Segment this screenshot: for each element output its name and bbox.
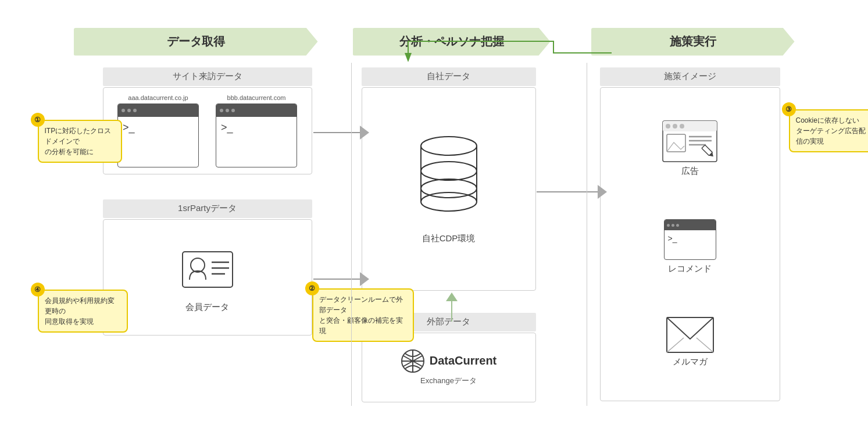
divider-2 bbox=[587, 63, 587, 406]
arrow-cdp-policy bbox=[537, 185, 607, 199]
dc-name: DataCurrent bbox=[430, 354, 497, 367]
svg-point-8 bbox=[421, 162, 477, 180]
policy-box: 広告 >_ レコメンド メルマ bbox=[600, 87, 780, 401]
svg-rect-27 bbox=[667, 317, 713, 352]
arrow-external-up bbox=[446, 292, 458, 322]
terminal-icon-1 bbox=[117, 103, 199, 167]
svg-rect-0 bbox=[183, 252, 233, 287]
callout-3: ③ Cookieに依存しない ターゲティング広告配信の実現 bbox=[789, 109, 869, 152]
member-data-label: 会員データ bbox=[185, 302, 229, 313]
cdp-box: 自社CDP環境 bbox=[362, 87, 536, 291]
arrow-party-cdp bbox=[313, 272, 369, 286]
policy-section-label: 施策イメージ bbox=[600, 67, 780, 86]
party-section-label: 1srPartyデータ bbox=[103, 199, 312, 218]
svg-point-5 bbox=[421, 137, 477, 155]
header-col1: データ取得 bbox=[74, 28, 318, 56]
mail-icon bbox=[666, 317, 714, 353]
green-top-arrow bbox=[350, 33, 641, 62]
jisha-section-label: 自社データ bbox=[362, 67, 536, 86]
id-card-icon bbox=[181, 251, 234, 288]
callout-4: ④ 会員規約や利用規約変更時の 同意取得を実現 bbox=[38, 290, 128, 333]
dc-logo-icon bbox=[401, 349, 425, 373]
terminal-icon-2 bbox=[216, 103, 297, 167]
callout-1: ① ITPに対応したクロスドメインで の分析を可能に bbox=[38, 120, 122, 163]
svg-rect-21 bbox=[667, 134, 685, 152]
external-data-box: DataCurrent Exchangeデータ bbox=[362, 333, 536, 402]
svg-marker-26 bbox=[709, 152, 715, 158]
site-data-box: aaa.datacurrent.co.jp bbb.datacurrent.co… bbox=[103, 87, 312, 174]
mail-label: メルマガ bbox=[673, 356, 708, 367]
svg-point-20 bbox=[680, 124, 684, 129]
ad-item: 広告 bbox=[662, 120, 717, 177]
svg-rect-17 bbox=[663, 121, 717, 131]
svg-point-10 bbox=[421, 192, 477, 211]
divider-1 bbox=[351, 63, 352, 406]
svg-line-28 bbox=[667, 338, 684, 352]
domain2-label: bbb.datacurrent.com bbox=[227, 94, 286, 101]
svg-point-18 bbox=[666, 124, 670, 129]
database-icon bbox=[417, 133, 481, 226]
recommend-label: レコメンド bbox=[668, 263, 712, 274]
datacurrent-logo: DataCurrent bbox=[401, 349, 497, 373]
dc-sub-label: Exchangeデータ bbox=[420, 376, 477, 386]
svg-point-19 bbox=[673, 124, 677, 129]
callout-2: ② データクリーンルームで外部データ と突合・顧客像の補完を実現 bbox=[312, 288, 414, 342]
site-section-label: サイト来訪データ bbox=[103, 67, 312, 86]
mail-item: メルマガ bbox=[666, 317, 714, 367]
recommend-icon: >_ bbox=[664, 219, 716, 260]
svg-line-29 bbox=[696, 338, 713, 352]
main-diagram: データ取得 分析・ペルソナ把握 施策実行 サイト来訪データ aaa.datacu… bbox=[27, 16, 841, 423]
party-data-box: 会員データ bbox=[103, 219, 312, 336]
cdp-label: 自社CDP環境 bbox=[422, 233, 476, 244]
ad-label: 広告 bbox=[681, 166, 699, 177]
recommend-item: >_ レコメンド bbox=[664, 219, 716, 274]
domain1-label: aaa.datacurrent.co.jp bbox=[128, 94, 188, 101]
ad-icon bbox=[662, 120, 717, 162]
arrow-site-cdp bbox=[313, 126, 369, 140]
svg-point-1 bbox=[191, 258, 205, 272]
